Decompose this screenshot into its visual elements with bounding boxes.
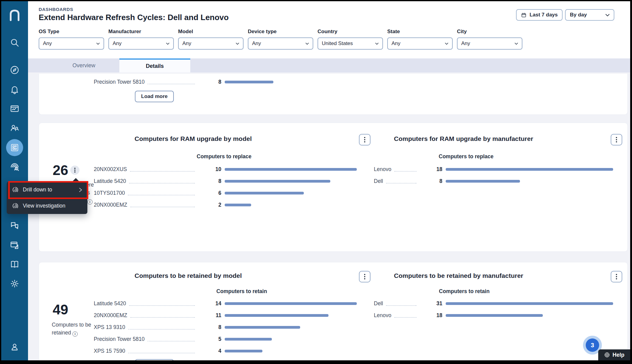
filter-label: OS Type: [39, 29, 104, 35]
menu-item-view-investigation[interactable]: View investigation: [7, 198, 87, 214]
bar[interactable]: [225, 314, 328, 317]
date-range-label: Last 7 days: [529, 12, 558, 18]
tab-details[interactable]: Details: [119, 58, 190, 72]
category-label: 20NX000EMZ: [94, 202, 127, 208]
date-range-button[interactable]: Last 7 days: [516, 9, 563, 21]
search-icon[interactable]: [10, 38, 19, 47]
chart-kebab-button[interactable]: [359, 134, 370, 145]
value-label: 18: [420, 166, 442, 173]
design-window-icon[interactable]: [10, 240, 19, 250]
notification-badge[interactable]: 3: [586, 338, 599, 352]
value-label: 31: [420, 300, 442, 307]
page-title: Extend Hardware Refresh Cycles: Dell and…: [39, 13, 229, 22]
filter-value: United States: [322, 40, 353, 47]
chevron-down-icon: [96, 42, 100, 45]
value-label: 8: [198, 178, 221, 184]
bar[interactable]: [225, 350, 262, 352]
load-more-button[interactable]: Load more: [135, 359, 174, 360]
dotted-leader: [129, 181, 195, 184]
filter-os-type: OS Type Any: [39, 29, 104, 50]
main-area: DASHBOARDS Extend Hardware Refresh Cycle…: [28, 1, 630, 360]
chevron-down-icon: [514, 42, 518, 45]
bell-icon[interactable]: [10, 85, 19, 94]
bar[interactable]: [446, 302, 613, 305]
filter-select-country[interactable]: United States: [318, 37, 383, 50]
chart-row: Precision Tower 58105: [94, 333, 362, 345]
chart-row: Dell8: [374, 175, 617, 187]
bar[interactable]: [446, 314, 543, 317]
bar[interactable]: [225, 192, 304, 194]
bar[interactable]: [225, 204, 251, 206]
dotted-leader: [148, 339, 195, 341]
chart-row: Dell31: [374, 298, 617, 310]
info-icon[interactable]: [72, 331, 78, 337]
filter-value: Any: [113, 40, 121, 47]
value-label: 18: [420, 312, 442, 319]
chart-kebab-button[interactable]: [611, 134, 622, 145]
chat-bubbles-icon[interactable]: [10, 221, 19, 231]
fingerprint-search-icon[interactable]: [9, 162, 20, 172]
breadcrumb: DASHBOARDS: [39, 7, 73, 12]
chart-title: Computers to be retained by manufacturer: [394, 272, 523, 279]
filter-select-os-type[interactable]: Any: [39, 37, 104, 50]
kpi-kebab-button[interactable]: [70, 166, 79, 175]
person-icon[interactable]: [10, 342, 19, 352]
dotted-leader: [386, 303, 416, 306]
chevron-down-icon: [236, 42, 239, 45]
filter-select-manufacturer[interactable]: Any: [108, 37, 174, 50]
tab-bar: Overview Details: [28, 58, 630, 72]
chart-kebab-button[interactable]: [611, 271, 622, 282]
bar[interactable]: [446, 180, 520, 183]
help-button[interactable]: Help: [598, 349, 630, 360]
filter-select-model[interactable]: Any: [178, 37, 244, 50]
compass-icon[interactable]: [10, 65, 19, 75]
chart-kebab-button[interactable]: [359, 271, 370, 282]
granularity-select[interactable]: By day: [565, 9, 614, 21]
people-search-icon[interactable]: [10, 123, 19, 133]
filter-select-city[interactable]: Any: [457, 37, 522, 50]
filter-city: City Any: [457, 29, 522, 50]
granularity-label: By day: [570, 12, 587, 18]
dotted-leader: [128, 193, 195, 195]
info-icon[interactable]: [87, 199, 93, 205]
kpi-value: 49: [53, 301, 68, 318]
chart-row: 20NX000EMZ2: [94, 199, 362, 211]
chart-row: Latitude 542014: [94, 298, 362, 310]
dotted-leader: [394, 169, 416, 172]
filter-select-state[interactable]: Any: [387, 37, 453, 50]
context-menu: Drill down to View investigation: [7, 182, 87, 214]
dashboard-content: Precision Tower 58108 Load more 26 Compu…: [28, 72, 630, 360]
menu-item-drill-down[interactable]: Drill down to: [7, 182, 87, 198]
filter-model: Model Any: [178, 29, 244, 50]
bar[interactable]: [225, 81, 273, 83]
nexthink-logo-icon[interactable]: [8, 8, 22, 22]
category-label: Latitude 5420: [94, 178, 126, 184]
category-label: XPS 13 9310: [94, 324, 125, 331]
monitor-chart-icon[interactable]: [10, 104, 19, 114]
category-label: Lenovo: [374, 312, 391, 319]
filter-value: Any: [252, 40, 261, 47]
value-label: 8: [420, 178, 442, 184]
chart-row: XPS 13 93108: [94, 321, 362, 333]
category-label: Precision Tower 5810: [94, 336, 145, 342]
filter-select-device-type[interactable]: Any: [248, 37, 313, 50]
value-label: 14: [198, 300, 221, 307]
dotted-leader: [130, 315, 195, 318]
category-label: Lenovo: [374, 166, 391, 173]
calendar-icon: [521, 12, 527, 18]
bar[interactable]: [225, 180, 330, 183]
dashboards-grid-icon[interactable]: [6, 139, 23, 156]
widget-ram-upgrade-partial: Precision Tower 58108 Load more: [39, 74, 628, 115]
bar[interactable]: [446, 168, 613, 171]
bar[interactable]: [225, 168, 357, 171]
bar[interactable]: [225, 326, 300, 329]
bar[interactable]: [225, 302, 357, 305]
filter-value: Any: [182, 40, 191, 47]
book-icon[interactable]: [10, 259, 19, 269]
kebab-icon: [74, 168, 75, 173]
load-more-button[interactable]: Load more: [135, 91, 174, 102]
gear-icon[interactable]: [10, 279, 19, 289]
tab-overview[interactable]: Overview: [48, 58, 119, 72]
chevron-down-icon: [166, 42, 170, 45]
bar[interactable]: [225, 338, 272, 341]
